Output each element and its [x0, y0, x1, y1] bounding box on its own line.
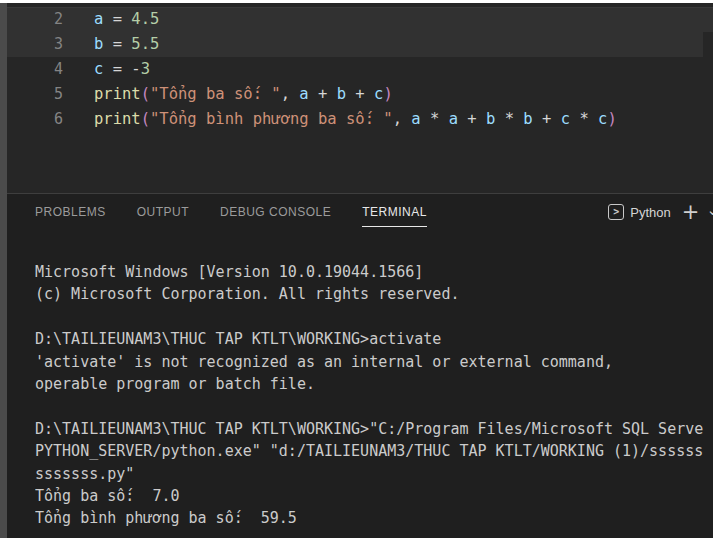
- line-number: 2: [7, 7, 63, 32]
- code-token: =: [103, 35, 131, 53]
- panel-tabs: PROBLEMSOUTPUTDEBUG CONSOLETERMINAL: [7, 194, 713, 230]
- tab-problems[interactable]: PROBLEMS: [35, 194, 106, 230]
- code-token: b: [337, 85, 346, 103]
- line-number: 3: [7, 32, 63, 57]
- code-token: +: [346, 85, 374, 103]
- code-token: a: [299, 85, 308, 103]
- code-token: ,: [393, 110, 412, 128]
- terminal-line: [35, 306, 713, 328]
- line-number: 5: [7, 82, 63, 107]
- code-token: c: [374, 85, 383, 103]
- app-screen: 2a = 4.53b = 5.54c = -35print("Tổng ba s…: [0, 3, 713, 538]
- terminal-line: Microsoft Windows [Version 10.0.19044.15…: [35, 261, 713, 283]
- code-token: b: [94, 35, 103, 53]
- code-token: ,: [281, 85, 300, 103]
- code-token: c: [561, 110, 570, 128]
- code-line[interactable]: 5print("Tổng ba số: ", a + b + c): [7, 82, 713, 107]
- code-lines: 2a = 4.53b = 5.54c = -35print("Tổng ba s…: [7, 7, 713, 132]
- terminal-line: PYTHON_SERVER/python.exe" "d:/TAILIEUNAM…: [35, 440, 713, 462]
- code-token: *: [421, 110, 449, 128]
- code-token: =: [103, 10, 131, 28]
- code-token: (: [141, 85, 150, 103]
- terminal-icon: >: [608, 204, 624, 220]
- code-line[interactable]: 2a = 4.5: [7, 7, 713, 32]
- code-token: a: [449, 110, 458, 128]
- code-token: ): [383, 85, 392, 103]
- code-line[interactable]: 4c = -3: [7, 57, 713, 82]
- code-editor[interactable]: 2a = 4.53b = 5.54c = -35print("Tổng ba s…: [7, 3, 713, 193]
- code-token: =: [103, 60, 131, 78]
- code-line-text: c = -3: [94, 57, 150, 82]
- tab-terminal[interactable]: TERMINAL: [362, 194, 427, 230]
- terminal-line: operable program or batch file.: [35, 373, 713, 395]
- code-line-text: print("Tổng bình phương ba số: ", a * a …: [94, 107, 617, 132]
- code-token: +: [458, 110, 486, 128]
- left-edge-strip: [0, 3, 7, 538]
- code-token: b: [523, 110, 532, 128]
- code-token: "Tổng bình phương ba số: ": [150, 110, 393, 128]
- terminal-line: D:\TAILIEUNAM3\THUC TAP KTLT\WORKING>"C:…: [35, 418, 713, 440]
- tab-debug-console[interactable]: DEBUG CONSOLE: [220, 194, 331, 230]
- terminal-shell-label: Python: [630, 205, 670, 220]
- code-token: 5.5: [131, 35, 159, 53]
- tab-output[interactable]: OUTPUT: [137, 194, 189, 230]
- code-token: b: [486, 110, 495, 128]
- terminal-line: (c) Microsoft Corporation. All rights re…: [35, 283, 713, 305]
- code-token: +: [309, 85, 337, 103]
- code-line[interactable]: 3b = 5.5: [7, 32, 713, 57]
- code-token: c: [598, 110, 607, 128]
- line-number: 4: [7, 57, 63, 82]
- terminal-shell-selector[interactable]: > Python: [608, 204, 670, 220]
- terminal-line: [35, 395, 713, 417]
- code-token: print: [94, 85, 141, 103]
- terminal-line: Tổng bình phương ba số: 59.5: [35, 507, 713, 529]
- code-line-text: a = 4.5: [94, 7, 159, 32]
- terminal-output[interactable]: Microsoft Windows [Version 10.0.19044.15…: [35, 230, 713, 538]
- code-token: -: [131, 60, 140, 78]
- code-token: "Tổng ba số: ": [150, 85, 281, 103]
- code-token: a: [411, 110, 420, 128]
- code-token: a: [94, 10, 103, 28]
- code-token: c: [94, 60, 103, 78]
- code-line-text: b = 5.5: [94, 32, 159, 57]
- terminal-line: D:\TAILIEUNAM3\THUC TAP KTLT\WORKING>act…: [35, 328, 713, 350]
- terminal-line: 'activate' is not recognized as an inter…: [35, 351, 713, 373]
- code-token: (: [141, 110, 150, 128]
- code-line[interactable]: 6print("Tổng bình phương ba số: ", a * a…: [7, 107, 713, 132]
- bottom-panel: PROBLEMSOUTPUTDEBUG CONSOLETERMINAL > Py…: [7, 194, 713, 538]
- vscode-window: 2a = 4.53b = 5.54c = -35print("Tổng ba s…: [0, 0, 720, 546]
- code-token: *: [570, 110, 598, 128]
- code-token: 4.5: [131, 10, 159, 28]
- terminal-toolbar: > Python + ⌄: [608, 194, 713, 230]
- line-number: 6: [7, 107, 63, 132]
- code-token: +: [533, 110, 561, 128]
- terminal-line: Tổng ba số: 7.0: [35, 485, 713, 507]
- new-terminal-button[interactable]: +: [682, 202, 700, 223]
- code-line-text: print("Tổng ba số: ", a + b + c): [94, 82, 393, 107]
- code-token: ): [607, 110, 616, 128]
- terminal-line: sssssss.py": [35, 463, 713, 485]
- code-token: print: [94, 110, 141, 128]
- code-token: *: [495, 110, 523, 128]
- code-token: 3: [141, 60, 150, 78]
- chevron-down-icon[interactable]: ⌄: [706, 203, 713, 218]
